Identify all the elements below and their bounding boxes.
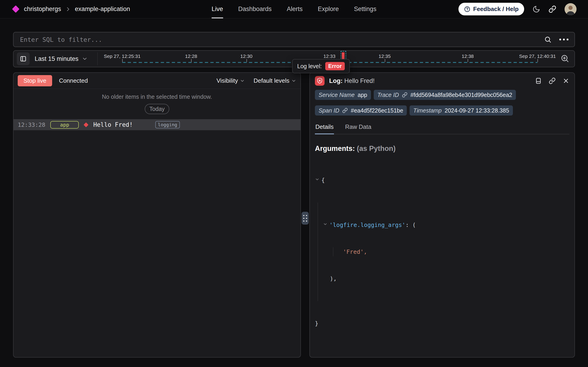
arguments-python-code: { 'logfire.logging_args': ( 'Fred', ), } <box>315 158 569 346</box>
top-nav-actions: Feedback / Help <box>458 3 577 15</box>
tab-alerts[interactable]: Alerts <box>287 0 303 18</box>
service-name-badge: Service Name app <box>315 90 371 100</box>
timeline-tick <box>122 59 123 62</box>
today-button[interactable]: Today <box>145 104 169 114</box>
detail-panel-header: Log: Hello Fred! <box>310 73 574 89</box>
visibility-dropdown[interactable]: Visibility <box>216 77 245 84</box>
copy-link-icon[interactable] <box>549 77 556 84</box>
link-icon <box>402 92 407 98</box>
detail-tabs: Details Raw Data <box>315 122 569 134</box>
user-avatar[interactable] <box>564 3 577 15</box>
timeline-tick-label: 12:33 <box>323 53 336 59</box>
theme-moon-icon[interactable] <box>532 5 540 13</box>
timeline-tick-label: 12:30 <box>240 53 252 59</box>
question-circle-icon <box>464 6 470 12</box>
trace-id-badge[interactable]: Trace ID #fdd5694a8fa98eb4e301d99ebc056e… <box>374 90 516 100</box>
timeline-tick-label: Sep 27, 12:25:31 <box>104 53 141 59</box>
sql-filter-input[interactable] <box>19 36 544 43</box>
stop-live-button[interactable]: Stop live <box>18 75 52 86</box>
error-level-diamond-icon <box>84 122 88 127</box>
panels-row: Stop live Connected Visibility Default l… <box>13 72 575 358</box>
primary-nav: Live Dashboards Alerts Explore Settings <box>212 0 376 18</box>
span-id-badge[interactable]: Span ID #ea4d5f226ec151be <box>315 105 407 116</box>
tab-details[interactable]: Details <box>315 122 334 134</box>
tab-explore[interactable]: Explore <box>318 0 339 18</box>
tab-raw-data[interactable]: Raw Data <box>345 122 372 134</box>
timeline-tick <box>247 59 247 62</box>
default-levels-dropdown[interactable]: Default levels <box>254 77 296 84</box>
sql-filter-bar <box>13 32 575 47</box>
tab-dashboards[interactable]: Dashboards <box>238 0 272 18</box>
breadcrumb: christophergs example-application <box>13 6 130 13</box>
link-icon <box>342 108 348 113</box>
timeline-tick <box>538 59 538 62</box>
service-tag[interactable]: app <box>50 121 79 129</box>
time-range-dropdown[interactable]: Last 15 minutes <box>35 55 88 62</box>
error-badge: Error <box>325 62 345 70</box>
connection-status: Connected <box>59 77 88 84</box>
breadcrumb-project[interactable]: example-application <box>75 6 130 13</box>
arguments-heading: Arguments: (as Python) <box>315 144 569 153</box>
timeline-tick-label: Sep 27, 12:40:31 <box>519 53 556 59</box>
live-logs-panel: Stop live Connected Visibility Default l… <box>13 72 301 358</box>
zoom-in-button[interactable] <box>559 54 571 64</box>
share-link-icon[interactable] <box>548 5 556 13</box>
collapse-chevron-icon[interactable] <box>315 177 320 182</box>
close-icon[interactable] <box>563 77 569 84</box>
timestamp-badge: Timestamp 2024-09-27 12:33:28.385 <box>410 105 513 116</box>
tab-settings[interactable]: Settings <box>354 0 376 18</box>
chevron-down-icon <box>240 78 245 83</box>
collapse-chevron-icon[interactable] <box>323 222 328 226</box>
breadcrumb-org[interactable]: christophergs <box>24 6 61 13</box>
meta-badges: Service Name app Trace ID #fdd5694a8fa98… <box>310 90 574 116</box>
sidebar-toggle-button[interactable] <box>17 52 30 65</box>
tab-live[interactable]: Live <box>212 0 223 18</box>
log-message: Hello Fred! <box>93 121 133 128</box>
more-options-icon[interactable] <box>559 39 569 41</box>
timeline-tick-label: 12:28 <box>185 53 197 59</box>
divider <box>97 52 98 65</box>
magnifier-plus-icon <box>560 54 569 63</box>
timeline-tick <box>191 59 191 62</box>
panel-resize-handle[interactable] <box>302 212 309 225</box>
main-content: Last 15 minutes Sep 27, 12:25:31 12:28 1… <box>0 32 588 358</box>
chevron-down-icon <box>291 78 296 83</box>
timeline-tick-label: 12:35 <box>379 53 391 59</box>
log-time: 12:33:28 <box>18 122 45 128</box>
timeline-tick-label: 12:38 <box>462 53 474 59</box>
timeline-tick <box>468 59 468 62</box>
empty-state-message: No older items in the selected time wind… <box>14 93 300 100</box>
log-row[interactable]: 12:33:28 app Hello Fred! logging <box>14 119 300 130</box>
top-nav: christophergs example-application Live D… <box>0 0 588 18</box>
feedback-help-button[interactable]: Feedback / Help <box>458 3 524 15</box>
timeline-tick <box>385 59 385 62</box>
breadcrumb-separator-icon <box>65 6 71 12</box>
log-level-tooltip: Log level: Error <box>292 59 350 73</box>
sidebar-left-icon <box>20 55 27 62</box>
logfire-logo-icon[interactable] <box>12 5 19 13</box>
log-detail-panel: Log: Hello Fred! Service <box>309 72 575 358</box>
search-icon[interactable] <box>544 36 552 43</box>
live-panel-header: Stop live Connected Visibility Default l… <box>14 73 300 89</box>
shield-x-icon <box>315 76 324 86</box>
dock-panel-icon[interactable] <box>535 77 542 84</box>
chevron-down-icon <box>82 56 88 62</box>
scope-tag[interactable]: logging <box>155 121 180 128</box>
detail-title: Log: Hello Fred! <box>329 77 375 84</box>
